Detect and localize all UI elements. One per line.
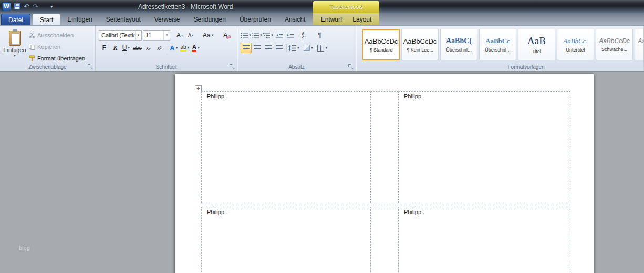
underline-button[interactable]: U▼ (121, 43, 132, 53)
align-left-button[interactable] (241, 43, 252, 53)
label-cell-2[interactable]: Philipp.. (398, 91, 570, 203)
clear-formatting-button[interactable]: A (222, 30, 233, 41)
text-effects-button[interactable]: A▼ (169, 43, 180, 53)
format-painter-button[interactable]: Format übertragen (27, 54, 87, 63)
undo-icon[interactable]: ↶ (24, 3, 29, 10)
label-cell-1[interactable]: Philipp.. (201, 91, 371, 203)
style-kein-leerraum[interactable]: AaBbCcDc ¶ Kein Lee... (401, 29, 439, 60)
font-size-value: 11 (146, 32, 151, 38)
style-hervorhebung[interactable]: AaBbCcDc Herv (635, 29, 644, 60)
shrink-font-button[interactable]: A▼ (185, 30, 196, 41)
paragraph-group-label: Absatz (237, 64, 356, 70)
grow-font-button[interactable]: A▲ (174, 30, 185, 41)
style-schwache-hervorhebung[interactable]: AaBbCcDc Schwache... (596, 29, 633, 60)
style-label: Titel (532, 49, 541, 54)
styles-group: AaBbCcDc ¶ Standard AaBbCcDc ¶ Kein Lee.… (356, 26, 644, 71)
tab-datei[interactable]: Datei (1, 14, 30, 25)
font-color-dropdown-icon[interactable]: ▼ (197, 46, 200, 49)
cut-button[interactable]: Ausschneiden (27, 31, 87, 40)
line-spacing-button[interactable]: ▼ (288, 43, 300, 53)
table-gap-cell[interactable] (370, 207, 399, 273)
font-size-combobox[interactable]: 11 ▼ (143, 30, 170, 41)
underline-dropdown-icon[interactable]: ▼ (127, 46, 130, 49)
label-cell-3[interactable]: Philipp.. (201, 207, 371, 273)
font-family-combobox[interactable]: Calibri (Textk ▼ (99, 30, 142, 41)
tab-einfuegen[interactable]: Einfügen (60, 14, 99, 25)
bold-label: F (102, 44, 106, 52)
tab-ansicht[interactable]: Ansicht (278, 14, 312, 25)
style-label: Überschrif... (446, 47, 472, 53)
clipboard-dialog-launcher[interactable] (87, 64, 94, 70)
strikethrough-button[interactable]: abe (132, 43, 143, 53)
line-spacing-icon (288, 45, 296, 51)
paragraph-dialog-launcher[interactable] (348, 64, 354, 70)
multilevel-list-button[interactable]: ▼ (263, 30, 274, 41)
line-spacing-dropdown-icon[interactable]: ▼ (297, 46, 300, 49)
highlight-dropdown-icon[interactable]: ▼ (187, 46, 190, 49)
align-center-icon (254, 45, 261, 51)
pilcrow-icon: ¶ (318, 32, 321, 39)
table-gap-cell[interactable] (370, 91, 399, 203)
bullets-button[interactable]: ▼ (241, 30, 252, 41)
style-titel[interactable]: AaB Titel (518, 29, 555, 60)
word-app-icon[interactable]: W (2, 2, 11, 11)
align-center-button[interactable] (252, 43, 263, 53)
copy-button[interactable]: Kopieren (27, 42, 87, 52)
tab-entwurf[interactable]: Entwurf (316, 14, 348, 25)
paste-button[interactable]: Einfügen ▼ (2, 28, 27, 64)
decrease-indent-button[interactable] (274, 30, 285, 41)
style-ueberschrift-2[interactable]: AaBbCc Überschrif... (479, 29, 516, 60)
numbering-button[interactable]: ▼ (252, 30, 263, 41)
paste-dropdown-icon[interactable]: ▼ (13, 54, 16, 57)
subscript-button[interactable]: x₂ (143, 43, 154, 53)
grow-arrow-icon: ▲ (181, 34, 183, 37)
justify-icon (276, 45, 283, 51)
tab-ueberpruefen[interactable]: Überprüfen (233, 14, 278, 25)
style-ueberschrift-1[interactable]: AaBbC( Überschrif... (440, 29, 477, 60)
highlight-button[interactable]: ab▼ (180, 43, 191, 53)
title-bar: W ↶ ↷ ▼ Adressetiketten3 - Microsoft Wor… (0, 0, 644, 13)
shading-dropdown-icon[interactable]: ▼ (310, 46, 314, 49)
style-untertitel[interactable]: AaBbCc. Untertitel (557, 29, 594, 60)
change-case-dropdown-icon: ▼ (211, 34, 214, 37)
bold-button[interactable]: F (99, 43, 110, 53)
superscript-button[interactable]: x² (154, 43, 165, 53)
contextual-tab-group-header: Tabellentools (313, 1, 379, 13)
sort-button[interactable]: AZ ↓ (299, 30, 310, 41)
contextual-tabs: Entwurf Layout (313, 13, 379, 25)
text-effects-dropdown-icon[interactable]: ▼ (175, 46, 179, 49)
change-case-button[interactable]: Aa▼ (203, 30, 214, 41)
style-standard[interactable]: AaBbCcDc ¶ Standard (362, 29, 400, 60)
bullets-icon (241, 33, 248, 38)
shading-button[interactable]: ▼ (303, 43, 314, 53)
tab-start[interactable]: Start (33, 14, 60, 25)
font-family-dropdown-icon[interactable]: ▼ (135, 31, 141, 40)
save-icon[interactable] (14, 3, 20, 9)
underline-label: U (122, 44, 127, 52)
redo-icon[interactable]: ↷ (33, 3, 38, 10)
sort-arrow-icon: ↓ (305, 33, 307, 38)
increase-indent-button[interactable] (285, 30, 296, 41)
align-right-button[interactable] (263, 43, 274, 53)
document-page[interactable]: + Philipp.. Philipp.. Philipp.. Philipp.… (175, 74, 594, 273)
font-dialog-launcher[interactable] (229, 64, 235, 70)
label-cell-4[interactable]: Philipp.. (398, 207, 570, 273)
tab-seitenlayout[interactable]: Seitenlayout (99, 14, 148, 25)
format-painter-icon (29, 55, 35, 62)
borders-button[interactable]: ▼ (317, 43, 328, 53)
qat-customize-icon[interactable]: ▼ (50, 5, 54, 8)
copy-icon (29, 44, 35, 50)
tab-sendungen[interactable]: Sendungen (186, 14, 232, 25)
show-marks-button[interactable]: ¶ (314, 30, 325, 41)
align-right-icon (265, 45, 272, 51)
tab-layout[interactable]: Layout (347, 14, 377, 25)
decrease-indent-icon (276, 33, 283, 38)
borders-dropdown-icon[interactable]: ▼ (325, 46, 328, 49)
grow-font-label: A (176, 32, 181, 39)
font-size-dropdown-icon[interactable]: ▼ (163, 31, 170, 40)
italic-button[interactable]: K (110, 43, 121, 53)
superscript-label: x² (157, 45, 161, 51)
justify-button[interactable] (274, 43, 285, 53)
font-color-button[interactable]: A▼ (191, 43, 202, 53)
tab-verweise[interactable]: Verweise (148, 14, 187, 25)
